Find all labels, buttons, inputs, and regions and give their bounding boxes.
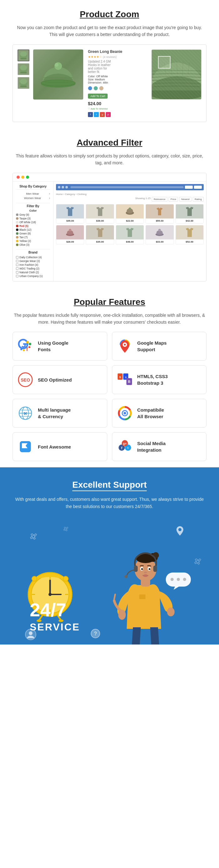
svg-point-56 [124,412,126,414]
filter-color-yellow[interactable]: Yellow (2) [16,239,50,243]
filter-color-grey[interactable]: Grey (9) [16,213,50,217]
zoom-product-color: Color: Off WhiteSize: MediumDimension: 4… [88,75,148,84]
filter-brand-4[interactable]: WDC Trading (2) [16,267,50,271]
svg-rect-8 [20,86,27,87]
zoom-mockup: Green Long Beanie ★★★★☆ (4 reviews) Upda… [12,44,207,122]
svg-line-19 [182,62,183,75]
svg-point-84 [167,608,175,616]
color-filter-label: Color [16,209,50,212]
filter-cat-men[interactable]: Men Wear [16,192,50,196]
filter-topbar-bar [70,186,184,188]
popular-features-title: Popular Features [12,297,207,307]
zoom-thumb-1[interactable] [18,50,29,61]
feature-multilang: $€ Multi language& Currency [12,399,107,428]
svg-rect-2 [20,58,27,59]
chat-bubble-icon [166,572,191,590]
product-zoom-desc: Now you can zoom the product and get to … [12,24,207,38]
filter-sort-newest[interactable]: Newest [179,197,191,202]
filter-color-red[interactable]: Red (5) [16,224,50,228]
zoom-facebook-icon[interactable]: f [88,112,93,117]
excellent-support-section: Excellent Support With great deals and o… [0,467,219,645]
support-svg-bg: 24/7 SERVICE [12,519,219,645]
product-zoom-section: Product Zoom Now you can zoom the produc… [0,0,219,128]
google-fonts-icon: f [18,338,33,354]
feature-social: f t g+ Social MediaIntegration [112,432,207,461]
excellent-support-desc: With great deals and offers, customers a… [12,496,207,510]
svg-text:5: 5 [119,376,121,379]
svg-point-72 [49,593,52,596]
filter-color-black[interactable]: Black (12) [16,228,50,231]
filter-topbar-dot1 [58,186,60,188]
filter-color-green[interactable]: Green (8) [16,231,50,236]
svg-point-35 [20,348,22,350]
filter-color-olive[interactable]: Olive (3) [16,243,50,247]
zoom-pinterest-icon[interactable]: p [106,112,111,117]
filter-brand-3[interactable]: Iron Fashion (4) [16,263,50,267]
filter-sort-price[interactable]: Price [168,197,178,202]
svg-rect-5 [20,72,27,73]
zoom-product-stars: ★★★★☆ (4 reviews) [88,55,148,59]
filter-color-offwhite[interactable]: Off White (18) [16,220,50,224]
filter-product-3[interactable]: $22.00 [116,204,144,223]
zoom-thumb-2[interactable] [18,63,29,75]
maximize-dot [26,176,29,179]
map-pin-deco-icon [177,526,183,535]
zoom-thumb-3[interactable] [18,77,29,89]
filter-brand-6[interactable]: Urban Company (1) [16,274,50,278]
filter-brand-1[interactable]: Daily Collection (4) [16,255,50,259]
zoom-wishlist[interactable]: ♡ Add To Wishlist [88,107,148,110]
filter-by-title: Filter By [16,203,50,208]
feature-google-maps-label: Google MapsSupport [137,340,167,353]
zoom-color-blue[interactable] [88,86,92,90]
filter-product-4[interactable]: $55.00 [146,204,174,223]
svg-point-105 [183,578,186,581]
filter-product-7[interactable]: $35.00 [86,225,114,245]
filter-product-9[interactable]: $33.00 [146,225,174,245]
filter-color-tan[interactable]: Tan (7) [16,236,50,239]
svg-point-15 [152,87,201,99]
advanced-filter-desc: This feature allows visitors to simply s… [12,152,207,166]
excellent-support-title: Excellent Support [72,480,147,491]
filter-product-1[interactable]: $45.00 [56,204,84,223]
filter-sort-rating[interactable]: Rating [193,197,204,202]
feature-seo: SEO SEO Optimized [12,365,107,394]
filter-sidebar: Shop By Category Men Wear Women Wear Fil… [13,182,54,281]
247-text: 24/7 [30,599,66,620]
feature-google-fonts-label: Using GoogleFonts [38,340,68,353]
filter-brand-2[interactable]: Georgie Wear (2) [16,259,50,263]
svg-point-33 [29,343,31,345]
feature-html5-label: HTML5, CSS3Bootstrap 3 [137,373,168,386]
filter-product-6[interactable]: $28.00 [56,225,84,245]
svg-point-38 [124,344,126,346]
filter-product-10[interactable]: $52.00 [176,225,204,245]
zoom-google-icon[interactable]: g [100,112,105,117]
zoom-zoomed-view [151,50,201,99]
zoom-color-teal[interactable] [94,86,98,90]
svg-point-106 [196,560,199,563]
filter-category-title: Shop By Category [16,185,50,190]
filter-product-8[interactable]: $48.00 [116,225,144,245]
svg-rect-98 [153,566,157,572]
zoom-thumbnails [18,50,30,117]
zoom-add-to-cart[interactable]: Add To Cart [88,94,107,99]
zoom-twitter-icon[interactable]: t [94,112,99,117]
filter-product-5[interactable]: $42.00 [176,204,204,223]
zoom-indicator [158,56,170,68]
filter-sort-relevance[interactable]: Relevance [152,197,167,202]
filter-color-taupe[interactable]: Taupe (3) [16,217,50,220]
feature-font-awesome-label: Font Awesome [38,443,71,450]
zoom-color-options [88,86,148,90]
svg-point-110 [29,631,33,635]
svg-point-4 [20,65,27,70]
svg-point-103 [170,578,174,581]
svg-point-1 [20,51,27,56]
filter-cat-women[interactable]: Women Wear [16,196,50,200]
filter-brand-5[interactable]: Natural Cloth (2) [16,271,50,274]
zoom-color-beige[interactable] [99,86,103,90]
svg-text:B: B [128,380,130,383]
svg-text:$€: $€ [24,412,27,415]
svg-point-32 [26,341,29,343]
filter-product-2[interactable]: $38.00 [86,204,114,223]
service-text: SERVICE [30,621,80,632]
browser-icon [117,405,133,421]
